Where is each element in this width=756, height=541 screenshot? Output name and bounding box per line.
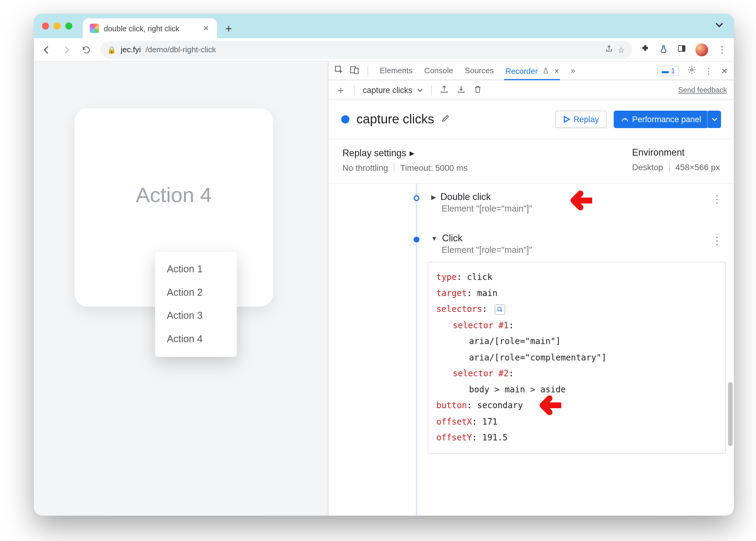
browser-tab[interactable]: double click, right click × <box>83 19 217 38</box>
recorder-toolbar: ＋ capture clicks <box>328 80 734 100</box>
new-tab-button[interactable]: + <box>220 20 237 36</box>
more-tabs-icon[interactable]: » <box>570 66 575 75</box>
gauge-icon <box>620 115 629 123</box>
experiment-flask-icon <box>543 67 551 75</box>
step-menu-icon[interactable]: ⋮ <box>712 193 722 206</box>
detail-key: target <box>436 288 467 298</box>
svg-rect-4 <box>354 68 358 74</box>
address-bar[interactable]: 🔒 jec.fyi/demo/dbl-right-click ☆ <box>100 41 632 58</box>
inspect-element-icon[interactable] <box>334 65 344 76</box>
step-click[interactable]: ▼ Click Element "[role="main"]" ⋮ type: … <box>431 233 726 454</box>
steps-scroll[interactable]: ▶ Double click Element "[role="main"]" ⋮ <box>328 184 734 515</box>
detail-value[interactable]: click <box>467 272 493 282</box>
forward-button[interactable] <box>61 44 72 55</box>
scrollbar-thumb[interactable] <box>728 382 733 446</box>
play-icon <box>563 116 570 123</box>
detail-value[interactable]: aria/[role="complementary"] <box>436 350 717 366</box>
detail-key: offsetY <box>436 433 472 442</box>
devtools-menu-icon[interactable]: ⋮ <box>705 66 713 75</box>
timeline-node <box>414 237 419 243</box>
tab-recorder-label: Recorder <box>505 67 538 75</box>
replay-label: Replay <box>573 115 599 124</box>
delete-icon[interactable] <box>474 85 482 95</box>
performance-panel-button[interactable]: Performance panel <box>613 111 708 128</box>
tab-strip: double click, right click × + <box>34 14 734 38</box>
import-icon[interactable] <box>457 85 466 95</box>
chevron-down-icon <box>417 87 423 93</box>
detail-value[interactable]: secondary <box>477 401 523 410</box>
url-path: /demo/dbl-right-click <box>146 45 216 54</box>
replay-settings-heading[interactable]: Replay settings ▸ <box>342 147 468 158</box>
annotation-arrow <box>565 191 592 213</box>
selector-picker-icon[interactable] <box>495 304 505 315</box>
menu-item[interactable]: Action 4 <box>155 328 237 351</box>
issues-badge[interactable]: ▬ 1 <box>657 65 679 76</box>
maximize-window[interactable] <box>65 23 72 29</box>
replay-settings-label: Replay settings <box>342 148 406 158</box>
tab-recorder[interactable]: Recorder × <box>505 66 559 75</box>
close-window[interactable] <box>42 23 49 29</box>
issues-icon: ▬ <box>662 67 669 75</box>
page-viewport[interactable]: Action 4 Action 1 Action 2 Action 3 Acti… <box>34 62 328 516</box>
recording-header: capture clicks Replay Performance panel <box>328 100 734 139</box>
detail-value[interactable]: 171 <box>482 417 498 426</box>
step-menu-icon[interactable]: ⋮ <box>712 234 722 247</box>
detail-value[interactable]: aria/[role="main"] <box>436 334 717 350</box>
devtools-tab-strip: Elements Console Sources Recorder × » ▬ <box>328 62 734 80</box>
detail-value[interactable]: main <box>477 288 498 298</box>
extensions-icon[interactable] <box>640 44 650 55</box>
profile-avatar[interactable] <box>695 43 708 56</box>
timeout-value: Timeout: 5000 ms <box>400 163 468 173</box>
step-double-click[interactable]: ▶ Double click Element "[role="main"]" ⋮ <box>431 192 726 213</box>
close-tab-icon[interactable]: × <box>201 23 211 34</box>
collapse-icon[interactable]: ▼ <box>431 235 438 242</box>
detail-key: offsetX <box>436 417 472 426</box>
chrome-menu-icon[interactable]: ⋮ <box>717 44 727 55</box>
detail-value[interactable]: 191.5 <box>482 433 508 442</box>
step-subtitle: Element "[role="main"]" <box>442 245 726 255</box>
detail-key: button <box>436 401 467 410</box>
side-panel-icon[interactable] <box>677 44 686 55</box>
toolbar: 🔒 jec.fyi/demo/dbl-right-click ☆ <box>34 38 734 62</box>
tab-console[interactable]: Console <box>424 66 453 75</box>
export-icon[interactable] <box>440 85 449 95</box>
recording-selector[interactable]: capture clicks <box>363 85 423 95</box>
lock-icon: 🔒 <box>107 46 116 54</box>
menu-item[interactable]: Action 2 <box>155 281 237 304</box>
close-devtools-icon[interactable]: ✕ <box>721 66 728 75</box>
detail-key: type <box>436 272 457 282</box>
timeline-node <box>414 195 419 201</box>
detail-value[interactable]: body > main > aside <box>436 382 717 398</box>
tab-sources[interactable]: Sources <box>465 66 494 75</box>
device-toggle-icon[interactable] <box>349 65 359 76</box>
recording-status-dot <box>341 115 349 123</box>
chevron-right-icon: ▸ <box>410 147 414 158</box>
device-value: Desktop <box>632 163 663 172</box>
send-feedback-link[interactable]: Send feedback <box>678 86 727 94</box>
edit-title-icon[interactable] <box>441 114 451 125</box>
close-panel-icon[interactable]: × <box>554 66 559 75</box>
favicon <box>90 24 99 33</box>
tabs-chevron-icon[interactable] <box>715 21 723 31</box>
throttling-value: No throttling <box>342 163 388 173</box>
menu-item[interactable]: Action 1 <box>155 258 237 281</box>
minimize-window[interactable] <box>54 23 61 29</box>
tab-title: double click, right click <box>104 24 196 33</box>
tab-elements[interactable]: Elements <box>380 66 413 75</box>
replay-button[interactable]: Replay <box>556 111 606 128</box>
back-button[interactable] <box>41 44 52 55</box>
chevron-down-icon <box>711 116 717 122</box>
performance-dropdown[interactable] <box>707 111 721 128</box>
menu-item[interactable]: Action 3 <box>155 304 237 328</box>
step-details: type: click target: main selectors: sele… <box>428 262 726 454</box>
settings-gear-icon[interactable] <box>687 65 697 76</box>
reload-button[interactable] <box>81 44 92 55</box>
new-recording-icon[interactable]: ＋ <box>335 83 346 97</box>
bookmark-star-icon[interactable]: ☆ <box>618 45 625 54</box>
detail-key: selector #2 <box>453 369 509 378</box>
share-icon[interactable] <box>605 45 613 55</box>
recorder-settings: Replay settings ▸ No throttling Timeout:… <box>328 139 734 184</box>
expand-icon[interactable]: ▶ <box>431 193 436 201</box>
context-menu: Action 1 Action 2 Action 3 Action 4 <box>155 252 237 357</box>
labs-flask-icon[interactable] <box>659 44 668 55</box>
